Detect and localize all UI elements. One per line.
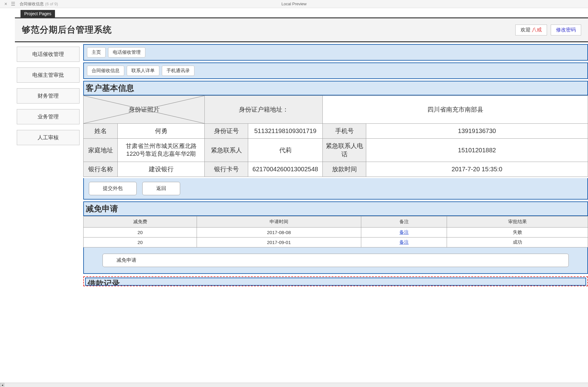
- toolbar-center-label: Local Preview: [281, 2, 307, 6]
- sidebar-item-supervisor-approval[interactable]: 电催主管审批: [17, 67, 80, 83]
- breadcrumb-bar-2: 合同催收信息 联系人详单 手机通讯录: [83, 62, 588, 79]
- id-photo-label: 身份证照片: [129, 106, 160, 113]
- reduce-fee: 20: [84, 237, 197, 247]
- page-title: 够范分期后台管理系统: [22, 24, 112, 36]
- bank-name-label: 银行名称: [84, 162, 118, 177]
- tab-phone-contacts[interactable]: 手机通讯录: [162, 66, 194, 76]
- page-header: 够范分期后台管理系统 欢迎 八戒 修改密码: [15, 17, 588, 42]
- tab-contact-list[interactable]: 联系人详单: [127, 66, 159, 76]
- section-customer-info: 客户基本信息: [83, 81, 588, 95]
- reduce-col-date: 申请时间: [197, 216, 361, 228]
- toolbar-tab-count: (6 of 9): [45, 2, 58, 6]
- reduce-actions: 减免申请: [83, 247, 588, 274]
- sidebar: 电话催收管理 电催主管审批 财务管理 业务管理 人工审核: [15, 42, 81, 286]
- hukou-addr-value: 四川省南充市南部县: [323, 96, 588, 124]
- welcome-box: 欢迎 八戒: [515, 25, 547, 35]
- home-addr-value: 甘肃省兰州市城关区雁北路1220号靠近良志嘉年华2期: [118, 139, 205, 162]
- reduce-note-link[interactable]: 备注: [399, 229, 409, 235]
- name-label: 姓名: [84, 124, 118, 139]
- customer-actions: 提交外包 返回: [83, 178, 588, 200]
- loan-records-wrap: 借款记录: [83, 276, 588, 286]
- emergency-contact-label: 紧急联系人: [205, 139, 248, 162]
- tab-contract-collection[interactable]: 合同催收信息: [87, 66, 124, 76]
- phone-label: 手机号: [323, 124, 366, 139]
- bank-name-value: 建设银行: [118, 162, 205, 177]
- welcome-user: 八戒: [532, 27, 542, 32]
- emergency-phone-value: 15101201882: [366, 139, 588, 162]
- table-row: 20 2017-08-08 备注 失败: [84, 228, 588, 237]
- table-row: 20 2017-09-01 备注 成功: [84, 237, 588, 247]
- hukou-addr-label: 身份证户籍地址：: [205, 96, 323, 124]
- sidebar-item-business[interactable]: 业务管理: [17, 109, 80, 124]
- name-value: 何勇: [118, 124, 205, 139]
- section-reduce: 减免申请: [83, 201, 588, 216]
- id-photo-cell: 身份证照片: [84, 96, 205, 124]
- section-loan-records: 借款记录: [85, 278, 586, 286]
- reduce-result: 失败: [447, 228, 588, 237]
- crumb-phone-collection[interactable]: 电话催收管理: [108, 47, 145, 58]
- disburse-time-label: 放款时间: [323, 162, 366, 177]
- disburse-time-value: 2017-7-20 15:35:0: [366, 162, 588, 177]
- hamburger-icon[interactable]: ☰: [10, 1, 18, 7]
- welcome-label: 欢迎: [521, 27, 531, 32]
- id-no-label: 身份证号: [205, 124, 248, 139]
- change-password-button[interactable]: 修改密码: [551, 25, 581, 35]
- content: 主页 电话催收管理 合同催收信息 联系人详单 手机通讯录 客户基本信息 身份证照…: [81, 42, 588, 286]
- submit-outsource-button[interactable]: 提交外包: [89, 182, 137, 195]
- reduce-apply-button[interactable]: 减免申请: [103, 254, 569, 267]
- project-pages-badge[interactable]: Project Pages: [21, 10, 55, 17]
- emergency-contact-value: 代莉: [248, 139, 323, 162]
- sidebar-item-manual-review[interactable]: 人工审核: [17, 130, 80, 145]
- bank-no-label: 银行卡号: [205, 162, 248, 177]
- app-toolbar: × ☰ 合同催收信息 (6 of 9) Local Preview: [0, 0, 588, 8]
- toolbar-tab-title: 合同催收信息: [20, 1, 44, 7]
- reduce-fee: 20: [84, 228, 197, 237]
- close-icon[interactable]: ×: [2, 1, 10, 7]
- back-button[interactable]: 返回: [142, 182, 180, 195]
- reduce-col-result: 审批结果: [447, 216, 588, 228]
- reduce-result: 成功: [447, 237, 588, 247]
- reduce-col-fee: 减免费: [84, 216, 197, 228]
- sidebar-item-finance[interactable]: 财务管理: [17, 88, 80, 104]
- crumb-home[interactable]: 主页: [87, 47, 106, 58]
- reduce-col-note: 备注: [361, 216, 447, 228]
- customer-info-table: 身份证照片 身份证户籍地址： 四川省南充市南部县 姓名 何勇 身份证号 5113…: [83, 95, 588, 177]
- home-addr-label: 家庭地址: [84, 139, 118, 162]
- phone-value: 13919136730: [366, 124, 588, 139]
- reduce-note-link[interactable]: 备注: [399, 239, 409, 245]
- sidebar-item-phone-collection[interactable]: 电话催收管理: [17, 47, 80, 62]
- breadcrumb-bar-1: 主页 电话催收管理: [83, 44, 588, 61]
- id-no-value: 511321198109301719: [248, 124, 323, 139]
- reduce-date: 2017-09-01: [197, 237, 361, 247]
- bank-no-value: 6217004260013002548: [248, 162, 323, 177]
- reduce-table: 减免费 申请时间 备注 审批结果 20 2017-08-08 备注 失败 20 …: [83, 216, 588, 247]
- reduce-date: 2017-08-08: [197, 228, 361, 237]
- emergency-phone-label: 紧急联系人电话: [323, 139, 366, 162]
